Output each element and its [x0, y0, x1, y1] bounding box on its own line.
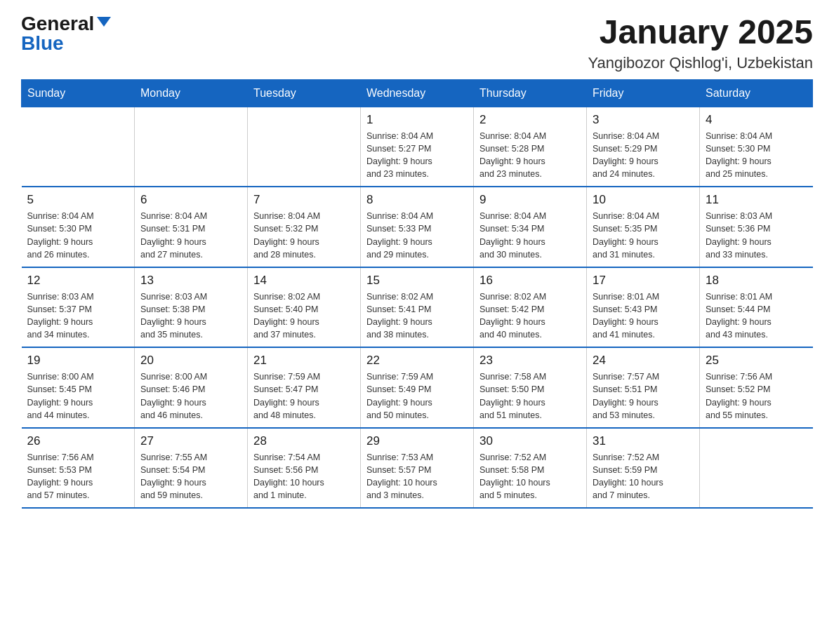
- calendar-cell: 23Sunrise: 7:58 AM Sunset: 5:50 PM Dayli…: [474, 347, 587, 428]
- calendar-cell: 21Sunrise: 7:59 AM Sunset: 5:47 PM Dayli…: [248, 347, 361, 428]
- calendar-cell: 18Sunrise: 8:01 AM Sunset: 5:44 PM Dayli…: [700, 267, 813, 348]
- day-number: 9: [479, 193, 581, 207]
- day-number: 19: [27, 354, 129, 368]
- day-number: 21: [253, 354, 355, 368]
- calendar-cell: 19Sunrise: 8:00 AM Sunset: 5:45 PM Dayli…: [22, 347, 135, 428]
- header-thursday: Thursday: [474, 79, 587, 107]
- day-number: 16: [479, 274, 581, 288]
- calendar-cell: 15Sunrise: 8:02 AM Sunset: 5:41 PM Dayli…: [361, 267, 474, 348]
- day-number: 11: [706, 193, 807, 207]
- day-info: Sunrise: 8:04 AM Sunset: 5:29 PM Dayligh…: [593, 130, 694, 181]
- calendar-cell: 2Sunrise: 8:04 AM Sunset: 5:28 PM Daylig…: [474, 107, 587, 187]
- day-number: 10: [593, 193, 694, 207]
- calendar-week-row: 19Sunrise: 8:00 AM Sunset: 5:45 PM Dayli…: [22, 347, 813, 428]
- day-number: 4: [706, 113, 807, 127]
- logo-general: General: [21, 14, 94, 34]
- header-friday: Friday: [587, 79, 700, 107]
- day-info: Sunrise: 7:56 AM Sunset: 5:52 PM Dayligh…: [706, 370, 807, 422]
- calendar-cell: 24Sunrise: 7:57 AM Sunset: 5:51 PM Dayli…: [587, 347, 700, 428]
- calendar-title: January 2025: [588, 14, 813, 51]
- header-saturday: Saturday: [700, 79, 813, 107]
- day-info: Sunrise: 8:01 AM Sunset: 5:43 PM Dayligh…: [593, 290, 694, 342]
- day-info: Sunrise: 8:04 AM Sunset: 5:27 PM Dayligh…: [366, 130, 468, 181]
- day-info: Sunrise: 8:04 AM Sunset: 5:34 PM Dayligh…: [479, 210, 581, 261]
- day-number: 7: [253, 193, 355, 207]
- calendar-week-row: 5Sunrise: 8:04 AM Sunset: 5:30 PM Daylig…: [22, 187, 813, 267]
- day-info: Sunrise: 8:01 AM Sunset: 5:44 PM Dayligh…: [706, 290, 807, 342]
- calendar-cell: 10Sunrise: 8:04 AM Sunset: 5:35 PM Dayli…: [587, 187, 700, 267]
- header-wednesday: Wednesday: [361, 79, 474, 107]
- day-number: 18: [706, 274, 807, 288]
- calendar-cell: 30Sunrise: 7:52 AM Sunset: 5:58 PM Dayli…: [474, 428, 587, 509]
- calendar-cell: [248, 107, 361, 187]
- calendar-cell: 27Sunrise: 7:55 AM Sunset: 5:54 PM Dayli…: [135, 428, 248, 509]
- day-number: 31: [593, 434, 694, 448]
- day-info: Sunrise: 7:59 AM Sunset: 5:49 PM Dayligh…: [366, 370, 468, 422]
- day-info: Sunrise: 8:04 AM Sunset: 5:30 PM Dayligh…: [706, 130, 807, 181]
- day-info: Sunrise: 7:52 AM Sunset: 5:59 PM Dayligh…: [593, 451, 694, 502]
- calendar-cell: 31Sunrise: 7:52 AM Sunset: 5:59 PM Dayli…: [587, 428, 700, 509]
- day-number: 27: [140, 434, 241, 448]
- day-number: 12: [27, 274, 129, 288]
- calendar-cell: 8Sunrise: 8:04 AM Sunset: 5:33 PM Daylig…: [361, 187, 474, 267]
- calendar-cell: [700, 428, 813, 509]
- day-number: 13: [140, 274, 241, 288]
- day-number: 2: [479, 113, 581, 127]
- calendar-cell: 13Sunrise: 8:03 AM Sunset: 5:38 PM Dayli…: [135, 267, 248, 348]
- day-info: Sunrise: 7:53 AM Sunset: 5:57 PM Dayligh…: [366, 451, 468, 502]
- day-info: Sunrise: 8:04 AM Sunset: 5:33 PM Dayligh…: [366, 210, 468, 261]
- day-info: Sunrise: 8:00 AM Sunset: 5:45 PM Dayligh…: [27, 370, 129, 422]
- calendar-week-row: 26Sunrise: 7:56 AM Sunset: 5:53 PM Dayli…: [22, 428, 813, 509]
- logo-triangle-icon: [97, 17, 111, 27]
- calendar-cell: 14Sunrise: 8:02 AM Sunset: 5:40 PM Dayli…: [248, 267, 361, 348]
- calendar-cell: 4Sunrise: 8:04 AM Sunset: 5:30 PM Daylig…: [700, 107, 813, 187]
- day-number: 26: [27, 434, 129, 448]
- day-info: Sunrise: 8:04 AM Sunset: 5:30 PM Dayligh…: [27, 210, 129, 261]
- day-number: 24: [593, 354, 694, 368]
- day-info: Sunrise: 8:04 AM Sunset: 5:31 PM Dayligh…: [140, 210, 241, 261]
- calendar-header-row: Sunday Monday Tuesday Wednesday Thursday…: [22, 79, 813, 107]
- day-number: 15: [366, 274, 468, 288]
- calendar-cell: 29Sunrise: 7:53 AM Sunset: 5:57 PM Dayli…: [361, 428, 474, 509]
- day-number: 29: [366, 434, 468, 448]
- day-info: Sunrise: 7:52 AM Sunset: 5:58 PM Dayligh…: [479, 451, 581, 502]
- calendar-cell: 12Sunrise: 8:03 AM Sunset: 5:37 PM Dayli…: [22, 267, 135, 348]
- calendar-cell: 26Sunrise: 7:56 AM Sunset: 5:53 PM Dayli…: [22, 428, 135, 509]
- day-info: Sunrise: 8:02 AM Sunset: 5:40 PM Dayligh…: [253, 290, 355, 342]
- title-area: January 2025 Yangibozor Qishlog'i, Uzbek…: [588, 14, 813, 72]
- calendar-table: Sunday Monday Tuesday Wednesday Thursday…: [21, 79, 813, 509]
- day-info: Sunrise: 7:55 AM Sunset: 5:54 PM Dayligh…: [140, 451, 241, 502]
- calendar-cell: 11Sunrise: 8:03 AM Sunset: 5:36 PM Dayli…: [700, 187, 813, 267]
- calendar-cell: 28Sunrise: 7:54 AM Sunset: 5:56 PM Dayli…: [248, 428, 361, 509]
- day-number: 23: [479, 354, 581, 368]
- calendar-week-row: 12Sunrise: 8:03 AM Sunset: 5:37 PM Dayli…: [22, 267, 813, 348]
- header-monday: Monday: [135, 79, 248, 107]
- calendar-cell: 20Sunrise: 8:00 AM Sunset: 5:46 PM Dayli…: [135, 347, 248, 428]
- calendar-cell: 3Sunrise: 8:04 AM Sunset: 5:29 PM Daylig…: [587, 107, 700, 187]
- page-header: General Blue January 2025 Yangibozor Qis…: [21, 14, 813, 72]
- calendar-cell: 1Sunrise: 8:04 AM Sunset: 5:27 PM Daylig…: [361, 107, 474, 187]
- day-info: Sunrise: 7:56 AM Sunset: 5:53 PM Dayligh…: [27, 451, 129, 502]
- day-info: Sunrise: 7:57 AM Sunset: 5:51 PM Dayligh…: [593, 370, 694, 422]
- logo-blue: Blue: [21, 34, 64, 53]
- day-number: 5: [27, 193, 129, 207]
- calendar-week-row: 1Sunrise: 8:04 AM Sunset: 5:27 PM Daylig…: [22, 107, 813, 187]
- day-number: 30: [479, 434, 581, 448]
- calendar-subtitle: Yangibozor Qishlog'i, Uzbekistan: [588, 54, 813, 72]
- day-info: Sunrise: 7:59 AM Sunset: 5:47 PM Dayligh…: [253, 370, 355, 422]
- day-number: 6: [140, 193, 241, 207]
- header-tuesday: Tuesday: [248, 79, 361, 107]
- calendar-cell: 9Sunrise: 8:04 AM Sunset: 5:34 PM Daylig…: [474, 187, 587, 267]
- day-info: Sunrise: 8:02 AM Sunset: 5:42 PM Dayligh…: [479, 290, 581, 342]
- day-number: 8: [366, 193, 468, 207]
- calendar-cell: 6Sunrise: 8:04 AM Sunset: 5:31 PM Daylig…: [135, 187, 248, 267]
- day-number: 28: [253, 434, 355, 448]
- day-info: Sunrise: 8:03 AM Sunset: 5:37 PM Dayligh…: [27, 290, 129, 342]
- day-info: Sunrise: 8:03 AM Sunset: 5:36 PM Dayligh…: [706, 210, 807, 261]
- day-number: 25: [706, 354, 807, 368]
- day-number: 22: [366, 354, 468, 368]
- day-number: 3: [593, 113, 694, 127]
- day-number: 17: [593, 274, 694, 288]
- day-number: 14: [253, 274, 355, 288]
- calendar-cell: 16Sunrise: 8:02 AM Sunset: 5:42 PM Dayli…: [474, 267, 587, 348]
